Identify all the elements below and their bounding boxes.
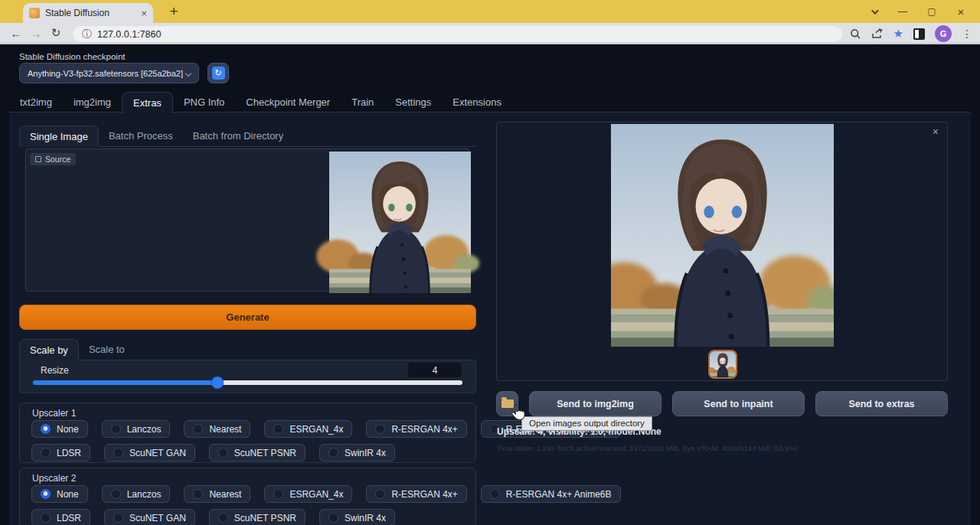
option-label: Nearest [209,424,241,435]
upscaler1-label: Upscaler 1 [32,408,76,419]
site-info-icon[interactable]: ⓘ [82,28,92,41]
option-label: ScuNET PSNR [234,513,296,523]
radio-icon [218,448,228,458]
upscaler2-option-resrgan4x[interactable]: R-ESRGAN 4x+ [366,485,466,503]
performance-footer-text: Time taken: 2.29s Torch active/reserved:… [497,444,798,452]
radio-checked-icon [41,424,51,434]
refresh-checkpoint-button[interactable]: ↻ [207,63,229,83]
sidebar-icon[interactable] [913,28,925,40]
profile-avatar[interactable]: G [935,25,952,42]
radio-icon [218,513,228,523]
option-label: ScuNET GAN [129,448,186,458]
url-text[interactable]: 127.0.0.1:7860 [97,29,161,40]
option-label: ESRGAN_4x [289,424,343,435]
upscaler2-option-esrgan4x[interactable]: ESRGAN_4x [264,485,352,503]
gallery-close-icon[interactable]: × [933,126,939,138]
resize-value-input[interactable]: 4 [408,363,462,377]
bookmark-star-icon[interactable]: ★ [893,27,903,41]
tab-extensions[interactable]: Extensions [442,92,512,112]
result-image[interactable] [611,124,834,347]
send-to-extras-button[interactable]: Send to extras [815,391,948,416]
option-label: SwinIR 4x [345,513,386,523]
address-bar[interactable]: ⓘ 127.0.0.1:7860 [73,26,842,42]
browser-menu-icon[interactable]: ⋮ [962,28,972,40]
option-label: Lanczos [127,424,162,435]
upscaler1-option-nearest[interactable]: Nearest [184,420,250,438]
upscaler2-option-swinir4x[interactable]: SwinIR 4x [319,509,395,525]
tab-img2img[interactable]: img2img [63,92,122,112]
upscaler1-option-esrgan4x[interactable]: ESRGAN_4x [264,420,352,438]
tab-extras[interactable]: Extras [122,92,173,113]
resize-slider-thumb[interactable] [211,377,224,389]
extras-panel: Single Image Batch Process Batch from Di… [9,112,971,525]
image-icon [35,156,41,162]
tab-scale-to[interactable]: Scale to [79,339,135,360]
upscaler2-option-ldsr[interactable]: LDSR [31,509,90,525]
result-thumbnail[interactable] [708,350,737,379]
new-tab-button[interactable]: + [164,2,184,21]
back-button[interactable]: ← [6,27,26,40]
maximize-button[interactable]: ▢ [917,6,946,17]
radio-icon [375,489,385,499]
tab-png-info[interactable]: PNG Info [173,92,235,112]
option-label: LDSR [57,513,81,523]
tab-txt2img[interactable]: txt2img [9,92,63,112]
upscaler2-option-scunet-psnr[interactable]: ScuNET PSNR [209,509,305,525]
tab-batch-from-directory[interactable]: Batch from Directory [183,126,293,146]
resize-panel: Resize 4 [19,360,476,393]
radio-icon [375,424,385,434]
tab-batch-process[interactable]: Batch Process [99,126,183,146]
option-label: R-ESRGAN 4x+ [391,489,457,500]
tab-search-icon[interactable] [859,6,888,17]
reload-button[interactable]: ↻ [46,26,66,40]
hand-cursor-icon [511,403,524,421]
tab-single-image[interactable]: Single Image [19,126,99,147]
resize-slider[interactable] [33,380,462,385]
radio-icon [193,489,203,499]
upscaler2-label: Upscaler 2 [32,473,76,484]
upscaler1-option-none[interactable]: None [31,420,88,438]
thumbnail-image [710,351,736,377]
send-to-img2img-button[interactable]: Send to img2img [529,391,662,416]
upscaler2-option-nearest[interactable]: Nearest [184,485,250,503]
upscaler1-option-swinir4x[interactable]: SwinIR 4x [319,444,395,461]
browser-tab[interactable]: Stable Diffusion × [23,3,153,23]
source-image-dropzone[interactable]: Source × [25,148,470,292]
tab-settings[interactable]: Settings [384,92,442,112]
generate-button[interactable]: Generate [19,305,476,330]
upscaler1-option-lanczos[interactable]: Lanczos [102,420,171,438]
forward-button[interactable]: → [26,27,46,40]
radio-checked-icon [41,489,51,499]
upscaler1-option-resrgan4x[interactable]: R-ESRGAN 4x+ [366,420,466,438]
tab-train[interactable]: Train [341,92,384,112]
upscaler2-option-none[interactable]: None [31,485,88,503]
share-icon[interactable] [871,28,884,39]
checkpoint-dropdown[interactable]: Anything-V3-fp32.safetensors [625a2ba2] [19,63,199,83]
radio-icon [111,424,121,434]
browser-titlebar: Stable Diffusion × + — ▢ × [0,0,980,23]
option-label: SwinIR 4x [345,448,386,458]
radio-icon [41,448,51,458]
window-close-button[interactable]: × [946,5,975,18]
zoom-icon[interactable] [850,28,861,40]
option-label: R-ESRGAN 4x+ [391,424,457,435]
minimize-button[interactable]: — [888,6,917,17]
option-label: LDSR [57,448,81,458]
radio-icon [113,513,123,523]
upscaler2-option-scunet-gan[interactable]: ScuNET GAN [104,509,195,525]
radio-icon [111,489,121,499]
upscaler1-option-ldsr[interactable]: LDSR [31,444,90,461]
tab-close-icon[interactable]: × [141,8,147,19]
upscaler2-option-lanczos[interactable]: Lanczos [102,485,171,503]
upscaler1-option-scunet-gan[interactable]: ScuNET GAN [104,444,195,461]
scale-tab-bar: Scale by Scale to [19,340,476,360]
upscaler1-panel: Upscaler 1 None Lanczos Nearest ESRGAN_4… [19,403,476,463]
option-label: Nearest [209,489,241,500]
radio-icon [113,448,123,458]
browser-toolbar: ← → ↻ ⓘ 127.0.0.1:7860 ★ G ⋮ [0,23,980,44]
upscaler1-option-scunet-psnr[interactable]: ScuNET PSNR [209,444,305,461]
tab-scale-by[interactable]: Scale by [19,339,79,360]
tab-checkpoint-merger[interactable]: Checkpoint Merger [235,92,341,112]
send-to-inpaint-button[interactable]: Send to inpaint [672,391,805,416]
option-label: ScuNET GAN [129,513,186,523]
